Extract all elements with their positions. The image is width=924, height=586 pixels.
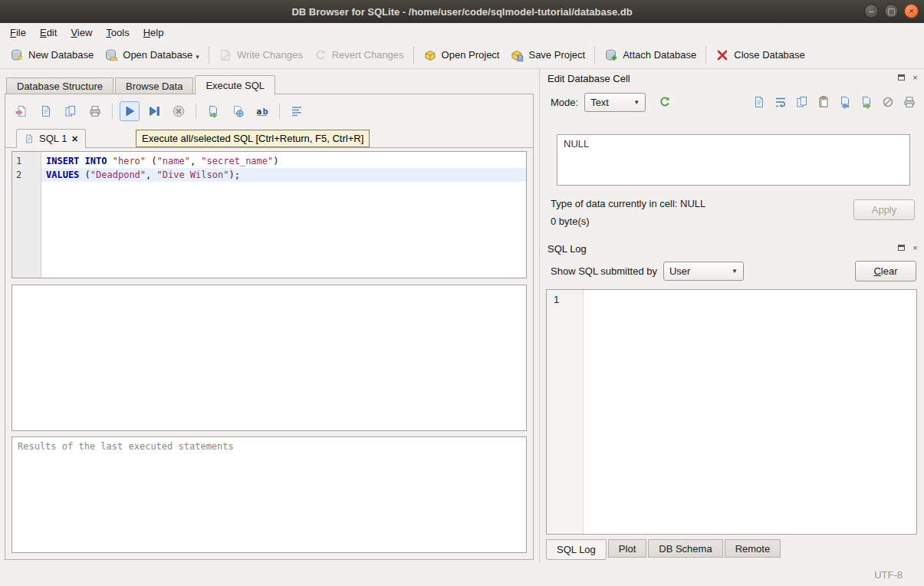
open-sql-file-button[interactable]	[12, 101, 31, 121]
menu-tools[interactable]: Tools	[99, 25, 136, 41]
main-toolbar: New DatabaseOpen Database▾Write ChangesR…	[0, 41, 924, 69]
close-button[interactable]: ×	[904, 4, 919, 18]
close-dock-icon[interactable]: ×	[910, 72, 920, 82]
execute-all-button[interactable]	[120, 101, 140, 121]
close-dock-icon[interactable]: ×	[910, 242, 920, 252]
auto-switch-mode-button[interactable]	[655, 92, 675, 112]
export-to-file-icon	[860, 95, 873, 109]
autocomplete-icon: ab	[255, 104, 269, 118]
menu-help[interactable]: Help	[136, 25, 171, 41]
sql-editor[interactable]: 12 INSERT INTO "hero" ("name", "secret_n…	[12, 151, 527, 278]
print-cell-button[interactable]	[903, 95, 916, 109]
save-project-icon	[510, 48, 524, 62]
tab-browse-data[interactable]: Browse Data	[115, 77, 193, 94]
code-line: INSERT INTO "hero" ("name", "secret_name…	[41, 154, 526, 168]
tab-database-structure[interactable]: Database Structure	[6, 77, 113, 94]
line-number: 1	[12, 154, 41, 168]
open-database-icon	[104, 48, 118, 62]
toolbar-separator	[112, 104, 113, 119]
clear-log-button[interactable]: Clear	[855, 261, 916, 281]
toolbar-separator	[594, 46, 595, 64]
toolbar-button-label: Save Project	[528, 49, 585, 61]
revert-changes-button[interactable]: Revert Changes	[308, 45, 409, 65]
close-tab-icon[interactable]: ×	[71, 134, 77, 143]
autocomplete-button[interactable]: ab	[252, 101, 272, 121]
edit-cell-dock-buttons: ×	[896, 72, 920, 82]
minimize-button[interactable]: –	[864, 4, 879, 18]
sql-log-filter-row: Show SQL submitted by User ▼ Clear	[551, 259, 916, 282]
print-sql-button[interactable]	[85, 101, 105, 121]
save-sql-file-as-button[interactable]	[61, 101, 81, 121]
menu-file[interactable]: File	[3, 25, 33, 41]
copy-cell-button[interactable]	[795, 95, 809, 109]
encoding-indicator: UTF-8	[874, 569, 903, 581]
title-bar: DB Browser for SQLite - /home/user/code/…	[0, 0, 924, 23]
main-tab-bar: Database StructureBrowse DataExecute SQL	[6, 74, 277, 94]
sql-code-area[interactable]: INSERT INTO "hero" ("name", "secret_name…	[41, 152, 526, 278]
log-text-area	[584, 290, 916, 534]
format-sql-button[interactable]	[287, 101, 307, 121]
open-saved-query-icon	[231, 104, 245, 118]
save-project-button[interactable]: Save Project	[505, 45, 590, 65]
attach-database-button[interactable]: Attach Database	[599, 45, 702, 65]
execute-sql-panel: ab SQL 1 × 12 INSERT INTO "hero" ("name"…	[5, 94, 534, 560]
tab-remote[interactable]: Remote	[725, 539, 781, 558]
line-number-gutter: 12	[12, 152, 41, 278]
tab-execute-sql[interactable]: Execute SQL	[195, 75, 275, 95]
log-filter-label: Show SQL submitted by	[551, 265, 657, 277]
toolbar-separator	[209, 46, 209, 64]
import-from-file-button[interactable]	[838, 95, 852, 109]
copy-cell-icon	[795, 95, 809, 109]
save-sql-file-button[interactable]	[36, 101, 56, 121]
chevron-down-icon: ▼	[633, 99, 640, 106]
set-as-null-button[interactable]	[881, 95, 895, 109]
window-controls: –▢×	[864, 4, 919, 18]
open-project-button[interactable]: Open Project	[418, 45, 505, 65]
print-cell-icon	[903, 95, 916, 109]
execute-current-line-button[interactable]	[144, 101, 164, 121]
menu-edit[interactable]: Edit	[33, 25, 64, 41]
new-database-button[interactable]: New Database	[5, 45, 99, 65]
mode-label: Mode:	[551, 97, 578, 108]
maximize-button[interactable]: ▢	[884, 4, 899, 18]
cell-value-editor[interactable]: NULL	[557, 134, 910, 186]
log-filter-value: User	[669, 265, 690, 277]
toolbar-separator	[279, 104, 280, 119]
write-changes-button[interactable]: Write Changes	[213, 45, 308, 65]
open-saved-query-button[interactable]	[228, 101, 248, 121]
float-dock-icon[interactable]	[896, 242, 906, 252]
toolbar-button-label: Attach Database	[623, 49, 696, 61]
tab-plot[interactable]: Plot	[608, 539, 646, 558]
toolbar-separator	[413, 46, 414, 64]
apply-button[interactable]: Apply	[853, 199, 915, 220]
log-filter-select[interactable]: User ▼	[663, 262, 744, 281]
stop-execution-button[interactable]	[169, 101, 189, 121]
close-database-button[interactable]: Close Database	[710, 45, 811, 65]
sql-log-title: SQL Log	[547, 243, 587, 255]
export-results-button[interactable]	[203, 101, 223, 121]
tooltip: Execute all/selected SQL [Ctrl+Return, F…	[136, 130, 370, 147]
text-document-button[interactable]	[752, 95, 766, 109]
import-from-file-icon	[838, 95, 852, 109]
cell-mode-row: Mode: Text ▼	[551, 91, 916, 114]
export-to-file-button[interactable]	[860, 95, 873, 109]
sql-log-header: SQL Log	[547, 241, 587, 256]
new-database-icon	[10, 48, 24, 62]
mode-extra-buttons	[655, 92, 675, 112]
paste-cell-button[interactable]	[817, 95, 830, 109]
results-grid	[12, 285, 527, 431]
cell-value: NULL	[564, 138, 589, 150]
mode-select[interactable]: Text ▼	[584, 93, 646, 112]
code-line: VALUES ("Deadpond", "Dive Wilson");	[41, 168, 526, 182]
execute-all-icon	[123, 104, 136, 118]
dropdown-arrow-icon[interactable]: ▾	[196, 53, 199, 62]
tab-sql-log[interactable]: SQL Log	[546, 539, 607, 560]
float-dock-icon[interactable]	[896, 72, 906, 82]
word-wrap-button[interactable]	[774, 95, 788, 109]
open-database-button[interactable]: Open Database▾	[99, 45, 205, 65]
sql-tab[interactable]: SQL 1 ×	[16, 129, 86, 148]
tab-db-schema[interactable]: DB Schema	[648, 539, 722, 558]
menu-view[interactable]: View	[64, 25, 99, 41]
cell-type-info: Type of data currently in cell: NULL	[551, 198, 705, 209]
stop-execution-icon	[172, 104, 186, 118]
